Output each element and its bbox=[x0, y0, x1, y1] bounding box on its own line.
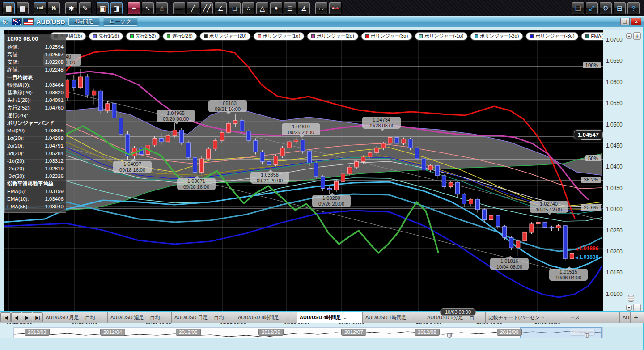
parallel-tool-icon[interactable]: ╱╱ bbox=[200, 2, 213, 15]
candle bbox=[274, 156, 278, 164]
candle bbox=[570, 253, 574, 258]
price-scrollbar-handle[interactable] bbox=[628, 295, 634, 302]
cursor-icon[interactable]: ↖ bbox=[141, 2, 154, 15]
crosshair-icon[interactable]: + bbox=[127, 2, 140, 15]
price-axis-label: 1.0200 bbox=[606, 249, 623, 255]
price-axis-label: 1.0550 bbox=[606, 100, 623, 106]
erase-all-icon[interactable]: ALL bbox=[329, 2, 342, 15]
help-icon[interactable]: ? bbox=[627, 2, 640, 15]
indicator-color-swatch bbox=[530, 34, 534, 38]
save-icon[interactable]: ◨ bbox=[110, 2, 123, 15]
hline-tool-icon[interactable]: — bbox=[173, 2, 186, 15]
fib-level-label: 50% bbox=[585, 155, 601, 161]
candle bbox=[348, 167, 352, 174]
chart-tab[interactable]: AUD bbox=[620, 312, 631, 323]
indicator-toggle-ボリンジャー(1σ)[interactable]: ボリンジャー(1σ) bbox=[254, 32, 305, 40]
indicator-toggle-ボリンジャー(-2σ)[interactable]: ボリンジャー(-2σ) bbox=[470, 32, 523, 40]
triangle-tool-icon[interactable]: △ bbox=[256, 2, 269, 15]
scroll-down-button[interactable]: ▼ bbox=[626, 305, 632, 311]
zoom-out-button[interactable]: − bbox=[633, 304, 641, 312]
close-window-button[interactable]: × bbox=[631, 18, 641, 25]
tab-scroll-button-0[interactable]: |◀ bbox=[0, 312, 11, 322]
timeframe-button[interactable]: 4時間足 bbox=[68, 17, 99, 26]
tab-scroll-button-3[interactable]: ▶| bbox=[33, 312, 43, 322]
ask-pointer-icon: ◀ bbox=[575, 247, 578, 251]
ellipse-tool-icon[interactable]: ○ bbox=[242, 2, 255, 15]
rect-tool-icon[interactable]: □ bbox=[228, 2, 241, 15]
chart-tab[interactable]: AUD/USD 8時間足 一... bbox=[235, 312, 297, 323]
object-tool-icon[interactable]: ✱ bbox=[65, 2, 78, 15]
candle bbox=[267, 162, 271, 165]
draw-icon[interactable]: ✎ bbox=[79, 2, 92, 15]
price-axis[interactable]: ▲ + ▼ − 1.07001.06501.06001.05501.05001.… bbox=[603, 30, 643, 327]
tooltip-datetime: 10/03 08:00 bbox=[7, 34, 64, 43]
history-navigator[interactable]: 2012/032012/042012/052012/062012/072012/… bbox=[0, 327, 603, 338]
polygon-tool-icon[interactable]: ✦ bbox=[270, 2, 283, 15]
candle bbox=[72, 80, 76, 88]
navigator-month-label: 2012/03 bbox=[25, 329, 50, 336]
candle bbox=[327, 188, 331, 190]
navigator-range-handle[interactable] bbox=[447, 333, 452, 338]
indicator-toggle-先行1(26)[interactable]: 先行1(26) bbox=[89, 32, 123, 40]
chart-tab[interactable]: AUD/USD 4時間足 ... bbox=[297, 312, 363, 323]
compare-icon[interactable]: 比 bbox=[47, 2, 60, 15]
candle bbox=[92, 91, 96, 95]
symbol-label: AUD/USD bbox=[37, 18, 65, 25]
calendar-icon[interactable]: Cal bbox=[34, 2, 47, 15]
indicator-toggle-ボリンジャー(2σ)[interactable]: ボリンジャー(2σ) bbox=[307, 32, 358, 40]
candle bbox=[179, 130, 183, 143]
candle bbox=[408, 139, 412, 148]
chart-tab[interactable]: AUD/USD 日足 一目均... bbox=[172, 312, 235, 323]
indicator-toggle-ボリンジャー(-3σ)[interactable]: ボリンジャー(-3σ) bbox=[526, 32, 578, 40]
indicator-toggle-ボリンジャー(3σ)[interactable]: ボリンジャー(3σ) bbox=[361, 32, 412, 40]
chart-style-button[interactable]: ローソク bbox=[104, 17, 137, 26]
indicator-toggle-先行2(52)[interactable]: 先行2(52) bbox=[126, 32, 160, 40]
expand-icon[interactable]: ⤢ bbox=[585, 2, 598, 15]
navigator-range-handle[interactable] bbox=[585, 333, 589, 338]
candle bbox=[213, 140, 217, 149]
indicator-toggle-ボリンジャー(20)[interactable]: ボリンジャー(20) bbox=[200, 32, 250, 40]
angle-tool-icon[interactable]: ∠ bbox=[214, 2, 227, 15]
chart-settings-icon[interactable]: ▣ bbox=[96, 2, 109, 15]
candle bbox=[119, 118, 123, 134]
zoom-in-button[interactable]: + bbox=[633, 32, 641, 40]
price-annotation: 1.0461909/25 20:00 bbox=[282, 123, 320, 135]
candle bbox=[395, 138, 399, 143]
chart-tab[interactable]: AUD/USD 週足 一目均... bbox=[108, 312, 172, 323]
tab-scroll-button-2[interactable]: ▶ bbox=[22, 312, 32, 322]
chart-tab[interactable]: ニュース bbox=[557, 312, 620, 323]
price-scrollbar-track[interactable] bbox=[631, 42, 631, 301]
indicator-toggle-EMA(5)[interactable]: EMA(5) bbox=[581, 32, 603, 40]
fan-tool-icon[interactable]: ∡ bbox=[297, 2, 310, 15]
list-icon[interactable]: ▤ bbox=[2, 2, 15, 15]
chart-tab[interactable]: 比較チャート(パーセント... bbox=[486, 312, 557, 323]
candle bbox=[449, 182, 453, 186]
chart-tab[interactable]: AUD/USD 月足 一目均... bbox=[43, 312, 108, 323]
chart-tab[interactable]: AUD/USD 1時間足 一... bbox=[363, 312, 424, 323]
indicator-toggle-ボリンジャー(-1σ)[interactable]: ボリンジャー(-1σ) bbox=[415, 32, 467, 40]
print-icon[interactable]: ⊟ bbox=[613, 2, 626, 15]
tab-scroll-button-1[interactable]: ◀ bbox=[11, 312, 21, 322]
chart-window-titlebar[interactable]: 5: AUD/USD 4時間足 ローソク ❏ × bbox=[0, 16, 644, 27]
new-chart-icon[interactable]: ▦ bbox=[16, 2, 29, 15]
settings-icon[interactable]: ⚙ bbox=[599, 2, 612, 15]
tooltip-row: Mid(20):1.03805 bbox=[7, 127, 64, 135]
fib-tool-icon[interactable]: ☰ bbox=[284, 2, 297, 15]
candle bbox=[509, 237, 513, 248]
add-chart-tab-button[interactable]: + bbox=[631, 312, 641, 323]
price-axis-label: 1.0450 bbox=[606, 143, 623, 149]
windows-icon[interactable]: ❏ bbox=[572, 2, 585, 15]
indicator-color-swatch bbox=[419, 34, 423, 38]
candle bbox=[166, 136, 170, 142]
price-level-marker[interactable]: 1.04547 bbox=[574, 130, 603, 139]
eraser-icon[interactable]: ▱ bbox=[315, 2, 328, 15]
restore-window-button[interactable]: ❏ bbox=[620, 18, 630, 25]
candle bbox=[530, 224, 534, 232]
scroll-up-button[interactable]: ▲ bbox=[626, 33, 632, 39]
trendline-tool-icon[interactable]: ╱ bbox=[186, 2, 199, 15]
indicator-toggle-遅行1(26)[interactable]: 遅行1(26) bbox=[163, 32, 197, 40]
tooltip-row: EMA(5):1.03199 bbox=[7, 188, 64, 195]
hand-icon[interactable]: ☝ bbox=[155, 2, 168, 15]
candlestick-chart[interactable]: 基準線(26)先行1(26)先行2(52)遅行1(26)ボリンジャー(20)ボリ… bbox=[4, 30, 603, 317]
candle bbox=[523, 232, 527, 241]
